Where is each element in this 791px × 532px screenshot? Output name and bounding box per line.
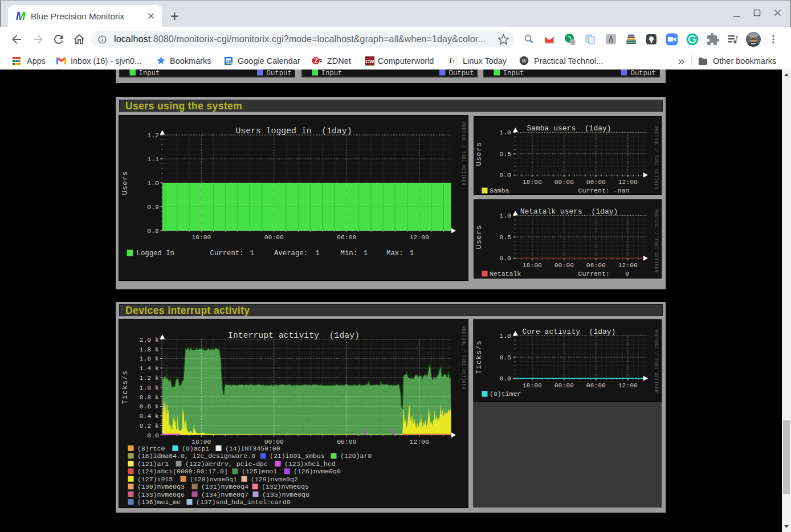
svg-text:12:00: 12:00 bbox=[618, 179, 638, 186]
svg-text:Samba: Samba bbox=[490, 187, 509, 194]
svg-text:00:00: 00:00 bbox=[554, 179, 574, 186]
svg-text:(134)nvme0q7: (134)nvme0q7 bbox=[201, 491, 248, 498]
svg-text:Current: -nan: Current: -nan bbox=[578, 187, 630, 194]
svg-text:RRDTOOL / TOBI OETIKER: RRDTOOL / TOBI OETIKER bbox=[653, 126, 659, 189]
svg-text:0.0: 0.0 bbox=[147, 432, 159, 439]
svg-text:1.4 k: 1.4 k bbox=[139, 365, 159, 372]
svg-text:Ticks/s: Ticks/s bbox=[121, 370, 129, 404]
svg-text:18:00: 18:00 bbox=[523, 179, 542, 186]
svg-text:28: 28 bbox=[226, 59, 231, 64]
svg-text:Output: Output bbox=[448, 69, 474, 76]
svg-text:0.2 k: 0.2 k bbox=[139, 422, 159, 429]
svg-text:(132)nvme0q5: (132)nvme0q5 bbox=[262, 483, 309, 490]
svg-text:1.6 k: 1.6 k bbox=[139, 355, 159, 362]
svg-text:06:00: 06:00 bbox=[586, 382, 606, 388]
svg-text:1.2: 1.2 bbox=[147, 132, 159, 139]
svg-text:1.0: 1.0 bbox=[499, 212, 511, 219]
svg-text:RRDTOOL / TOBI OETIKER: RRDTOOL / TOBI OETIKER bbox=[653, 209, 659, 272]
svg-text:00:00: 00:00 bbox=[554, 261, 574, 268]
svg-text:1.0 k: 1.0 k bbox=[139, 384, 159, 391]
svg-text:Output: Output bbox=[266, 69, 291, 76]
svg-text:12:00: 12:00 bbox=[618, 261, 638, 268]
svg-text:Average:: Average: bbox=[274, 249, 308, 257]
svg-text:00:00: 00:00 bbox=[554, 382, 574, 388]
svg-text:(122)aerdrv, pcie-dpc: (122)aerdrv, pcie-dpc bbox=[185, 460, 268, 468]
svg-text:Min:: Min: bbox=[340, 249, 357, 257]
svg-text:18:00: 18:00 bbox=[523, 382, 542, 388]
svg-text:Samba users (1day): Samba users (1day) bbox=[527, 124, 611, 133]
svg-text:0.0: 0.0 bbox=[499, 171, 511, 179]
svg-text:(125)eno1: (125)eno1 bbox=[242, 468, 277, 475]
svg-text:?: ? bbox=[572, 40, 574, 45]
svg-text:Core activity (1day): Core activity (1day) bbox=[523, 328, 616, 336]
svg-text:Current:: Current: bbox=[210, 249, 243, 257]
svg-text:RRDTOOL / TOBI OETIKER: RRDTOOL / TOBI OETIKER bbox=[460, 122, 466, 185]
svg-text:0.8: 0.8 bbox=[147, 227, 159, 235]
svg-text:0.5: 0.5 bbox=[499, 233, 511, 240]
svg-text:(136)mei_me: (136)mei_me bbox=[137, 498, 181, 506]
svg-text:(21)i801_smbus: (21)i801_smbus bbox=[270, 452, 325, 460]
svg-text:(131)nvme0q4: (131)nvme0q4 bbox=[201, 483, 248, 490]
svg-text:Input: Input bbox=[138, 69, 160, 76]
svg-text:12:00: 12:00 bbox=[409, 439, 429, 445]
svg-text:(135)nvme0q8: (135)nvme0q8 bbox=[262, 491, 309, 498]
svg-text:(16)idma64.0, i2c_designware.0: (16)idma64.0, i2c_designware.0 bbox=[137, 452, 255, 460]
svg-text:(127)i915: (127)i915 bbox=[137, 476, 173, 483]
svg-text:1.0: 1.0 bbox=[499, 332, 511, 339]
svg-text:0.4 k: 0.4 k bbox=[139, 412, 159, 420]
svg-text:18:00: 18:00 bbox=[523, 261, 542, 268]
svg-text:Users: Users bbox=[475, 224, 483, 249]
svg-text:1: 1 bbox=[364, 249, 368, 257]
svg-text:Interrupt activity (1day): Interrupt activity (1day) bbox=[228, 331, 360, 340]
svg-text:0.0: 0.0 bbox=[499, 375, 511, 382]
svg-text:0.5: 0.5 bbox=[499, 150, 511, 158]
svg-text:0.5: 0.5 bbox=[499, 353, 511, 361]
svg-text:(129)nvme0q2: (129)nvme0q2 bbox=[251, 476, 298, 483]
svg-text:RRDTOOL / TOBI OETIKER: RRDTOOL / TOBI OETIKER bbox=[460, 326, 466, 389]
svg-text:(124)ahci[0000:00:17.0]: (124)ahci[0000:00:17.0] bbox=[137, 468, 228, 475]
svg-text:CW: CW bbox=[366, 59, 374, 64]
svg-text:12:00: 12:00 bbox=[409, 234, 429, 240]
svg-text:Ticks/s: Ticks/s bbox=[475, 340, 483, 374]
svg-text:12:00: 12:00 bbox=[618, 382, 638, 388]
svg-text:(126)nvme0q0: (126)nvme0q0 bbox=[293, 468, 341, 475]
svg-text:W: W bbox=[521, 58, 527, 64]
svg-text:Output: Output bbox=[631, 69, 656, 76]
svg-text:Current: 0: Current: 0 bbox=[578, 270, 630, 277]
svg-text:Input: Input bbox=[503, 69, 524, 76]
svg-text:1: 1 bbox=[250, 249, 254, 257]
svg-text:(9)acpi: (9)acpi bbox=[182, 445, 209, 452]
svg-text:(8)rtc0: (8)rtc0 bbox=[137, 445, 165, 452]
svg-text:(123)xhci_hcd: (123)xhci_hcd bbox=[284, 460, 336, 468]
svg-text:0.9: 0.9 bbox=[147, 203, 159, 211]
svg-text:1: 1 bbox=[315, 249, 319, 257]
svg-text:1.0: 1.0 bbox=[147, 179, 159, 187]
svg-text:00:00: 00:00 bbox=[264, 234, 283, 240]
svg-text:(130)nvme0q3: (130)nvme0q3 bbox=[137, 483, 185, 490]
svg-text:Input: Input bbox=[321, 69, 342, 76]
svg-text:2.0 k: 2.0 k bbox=[139, 336, 159, 343]
svg-text:(121)ar1: (121)ar1 bbox=[137, 460, 169, 468]
svg-text:(14)INT3450:00: (14)INT3450:00 bbox=[225, 445, 280, 452]
svg-text:(0)timer: (0)timer bbox=[490, 390, 521, 398]
svg-text:06:00: 06:00 bbox=[337, 439, 356, 445]
svg-text:1.2 k: 1.2 k bbox=[139, 374, 159, 382]
svg-text:(120)ar0: (120)ar0 bbox=[340, 452, 372, 460]
svg-text:0.0: 0.0 bbox=[499, 255, 511, 262]
svg-text:Max:: Max: bbox=[386, 249, 403, 257]
svg-text:18:00: 18:00 bbox=[191, 439, 211, 445]
svg-text:1.1: 1.1 bbox=[147, 155, 159, 163]
svg-text:RRDTOOL / TOBI OETIKER: RRDTOOL / TOBI OETIKER bbox=[653, 329, 659, 392]
svg-text:Users: Users bbox=[475, 142, 483, 166]
svg-text:06:00: 06:00 bbox=[337, 234, 356, 240]
svg-text:0.6 k: 0.6 k bbox=[139, 403, 159, 410]
svg-text:1.8 k: 1.8 k bbox=[139, 346, 159, 353]
svg-text:1: 1 bbox=[410, 249, 414, 257]
svg-text:06:00: 06:00 bbox=[586, 261, 606, 268]
svg-text:Netatalk users (1day): Netatalk users (1day) bbox=[520, 207, 618, 216]
svg-text:0.8 k: 0.8 k bbox=[139, 394, 159, 401]
svg-text:(137)snd_hda_intel:card0: (137)snd_hda_intel:card0 bbox=[196, 498, 291, 506]
svg-text:Netatalk: Netatalk bbox=[490, 270, 521, 277]
svg-text:(128)nvme0q1: (128)nvme0q1 bbox=[190, 476, 237, 483]
svg-text:06:00: 06:00 bbox=[586, 179, 606, 186]
